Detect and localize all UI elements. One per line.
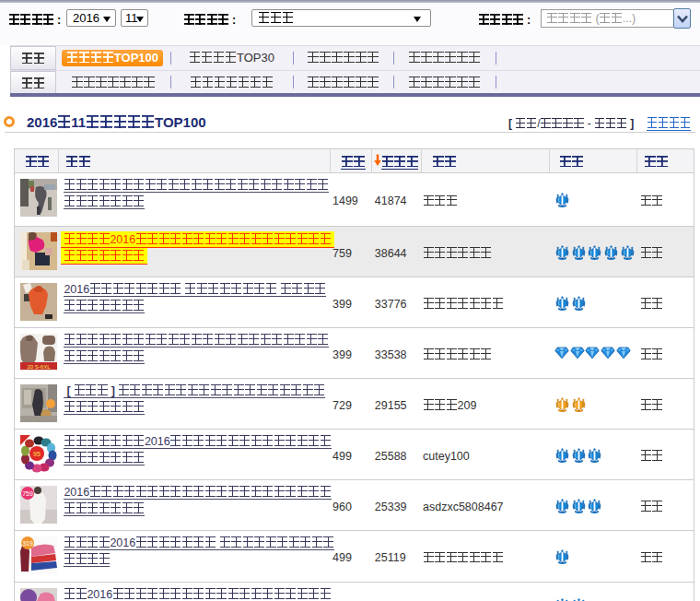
svg-text:20 S-6XL: 20 S-6XL xyxy=(27,363,51,369)
svg-text:95: 95 xyxy=(33,451,41,457)
svg-text:759: 759 xyxy=(22,490,33,497)
svg-text:319: 319 xyxy=(22,540,33,547)
